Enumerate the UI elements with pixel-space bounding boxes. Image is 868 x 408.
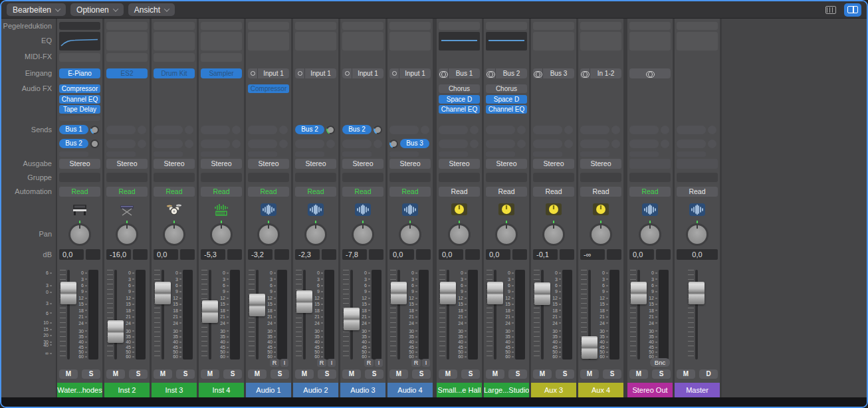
input-button[interactable]: Bus 3 [533,68,574,78]
pan-knob[interactable] [590,223,612,246]
pan-knob[interactable] [399,223,421,246]
empty-send-slot[interactable] [201,140,230,148]
volume-display[interactable]: 0,0 [629,249,654,260]
input-button[interactable]: Input 1 [295,68,336,78]
solo-button[interactable]: S [556,369,574,379]
pan-knob[interactable] [686,223,708,246]
fader-rail[interactable] [303,270,306,359]
automation-mode-button[interactable]: Read [629,187,671,197]
input-button[interactable]: Bus 2 [486,68,527,78]
track-name[interactable]: Water...hodes [57,383,102,397]
eq-slot[interactable] [201,32,242,51]
automation-mode-button[interactable]: Read [389,187,431,197]
output-button[interactable]: Stereo [201,159,242,169]
eq-slot[interactable] [248,32,289,51]
group-slot[interactable] [486,173,527,182]
eq-slot[interactable] [629,32,671,51]
audio-fx-channel-eq[interactable]: Channel EQ [59,95,100,104]
audio-waveform-icon[interactable] [627,199,673,219]
automation-mode-button[interactable]: Read [439,187,480,197]
empty-send-slot[interactable] [486,126,515,134]
volume-display[interactable]: -3,2 [248,249,272,260]
output-slot[interactable] [677,159,718,169]
send-level-knob[interactable] [90,140,99,148]
fader-cap[interactable] [534,282,550,305]
audio-fx-chorus[interactable]: Chorus [486,84,527,93]
empty-send-slot[interactable] [106,140,136,148]
mute-button[interactable]: M [439,369,457,379]
aux-knob-icon[interactable] [484,199,529,219]
bounce-button[interactable]: Bnc [650,358,670,367]
fader-rail[interactable] [114,270,117,359]
volume-display[interactable]: 0,0 [486,249,510,260]
input-monitor-button[interactable]: I [328,359,336,367]
empty-send-slot[interactable] [677,126,706,134]
group-slot[interactable] [342,173,383,182]
volume-display[interactable]: 0,0 [59,249,84,260]
pan-knob[interactable] [639,223,661,246]
empty-send-slot[interactable] [533,140,562,148]
audio-waveform-icon[interactable] [293,199,338,219]
empty-send-slot[interactable] [439,126,468,134]
automation-mode-button[interactable]: Read [201,187,242,197]
group-slot[interactable] [59,173,100,182]
send-destination-bus-2[interactable]: Bus 2 [342,125,372,134]
group-slot[interactable] [629,173,671,182]
output-button[interactable]: Stereo [389,159,431,169]
volume-display[interactable]: -5,3 [201,249,225,260]
empty-send-slot[interactable] [201,126,230,134]
input-monitor-button[interactable]: I [280,359,288,367]
send-level-knob[interactable] [372,124,383,135]
solo-button[interactable]: S [223,369,242,379]
empty-send-slot[interactable] [629,140,659,148]
input-button[interactable]: Drum Kit [154,68,195,78]
automation-mode-button[interactable]: Read [248,187,289,197]
track-name[interactable]: Inst 3 [152,383,197,397]
pan-knob[interactable] [495,223,518,246]
menu-optionen[interactable]: Optionen [70,3,124,16]
fader-cap[interactable] [108,320,124,343]
output-button[interactable]: Stereo [295,159,336,169]
track-name[interactable]: Audio 1 [246,383,291,397]
fader-cap[interactable] [296,290,312,313]
send-destination-bus-2[interactable]: Bus 2 [295,125,324,134]
automation-mode-button[interactable]: Read [533,187,574,197]
input-button[interactable]: Bus 1 [439,68,480,78]
send-destination-bus-1[interactable]: Bus 1 [59,125,88,134]
mute-button[interactable]: M [389,369,408,379]
track-name[interactable]: Audio 2 [293,383,338,397]
fader-cap[interactable] [344,308,360,330]
electric-piano-icon[interactable] [57,199,102,219]
mute-button[interactable]: M [201,369,219,379]
input-button[interactable] [629,68,671,78]
record-enable-button[interactable]: R [317,359,326,367]
fader-cap[interactable] [249,294,265,316]
fader-cap[interactable] [487,282,503,304]
midi-fx-slot[interactable] [201,53,242,62]
mute-button[interactable]: M [248,369,267,379]
volume-display[interactable]: -∞ [580,249,605,260]
input-button[interactable]: Input 1 [389,68,431,78]
volume-display[interactable]: 0,0 [677,249,718,260]
group-slot[interactable] [248,173,289,182]
empty-send-slot[interactable] [248,126,277,134]
solo-button[interactable]: S [129,369,148,379]
volume-display[interactable]: -2,3 [295,249,320,260]
mute-button[interactable]: M [677,369,695,379]
automation-mode-button[interactable]: Read [106,187,148,197]
audio-fx-chorus[interactable]: Chorus [439,84,480,93]
send-level-knob[interactable] [388,138,399,149]
empty-send-slot[interactable] [580,140,609,148]
track-name[interactable]: Inst 4 [199,383,244,397]
volume-display[interactable]: -0,1 [533,249,558,260]
empty-send-slot[interactable] [580,126,609,134]
midi-fx-slot[interactable] [106,53,148,62]
empty-send-slot[interactable] [533,126,562,134]
audio-fx-space-d[interactable]: Space D [439,95,480,104]
empty-send-slot[interactable] [106,126,136,134]
volume-display[interactable]: -7,8 [342,249,367,260]
mute-button[interactable]: M [629,369,648,379]
single-strips-view-button[interactable] [822,3,839,17]
output-button[interactable]: Stereo [580,159,621,169]
pan-knob[interactable] [448,223,471,246]
